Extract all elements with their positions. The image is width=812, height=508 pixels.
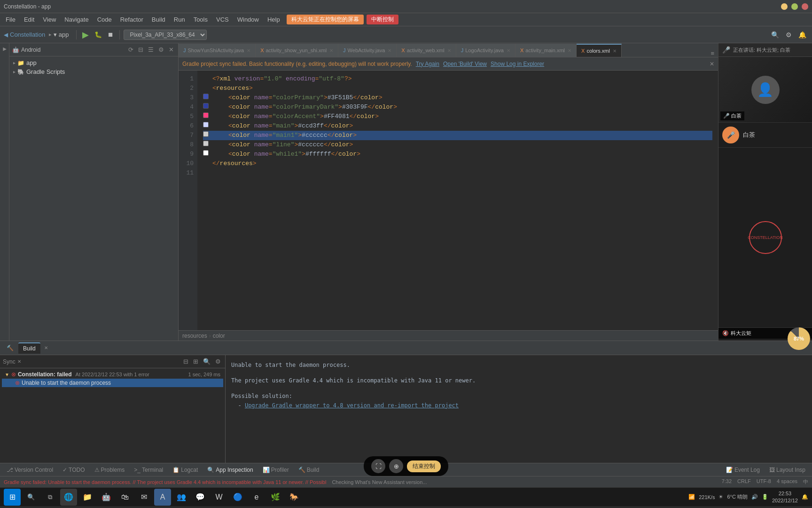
maximize-button[interactable]: [791, 3, 798, 10]
build-tab-close[interactable]: ✕: [42, 345, 50, 350]
taskbar-app9[interactable]: 🌿: [267, 489, 284, 506]
menu-vcs[interactable]: VCS: [212, 15, 233, 24]
rec-zoom-icon[interactable]: ⊕: [389, 459, 403, 473]
breadcrumb-resources[interactable]: resources: [182, 333, 207, 339]
build-bar-label: Build: [307, 467, 320, 473]
taskbar-chrome[interactable]: 🌐: [60, 489, 77, 506]
search-icon[interactable]: 🔍: [769, 30, 781, 40]
rec-fullscreen-icon[interactable]: ⛶: [371, 459, 385, 473]
more-tabs-icon[interactable]: ≡: [707, 50, 718, 57]
build-tab[interactable]: Build: [18, 342, 40, 354]
sync-icon[interactable]: ⟳: [127, 46, 135, 54]
close-button[interactable]: [802, 3, 808, 10]
taskbar-android[interactable]: 🤖: [98, 489, 115, 506]
code-editor[interactable]: 1 2 3 4 5 6 7 8 9 10 11 <?xml version="1…: [179, 71, 718, 330]
taskbar-edge[interactable]: e: [248, 489, 265, 506]
problems-item[interactable]: ⚠ Problems: [92, 466, 128, 474]
menu-edit[interactable]: Edit: [20, 15, 38, 24]
back-icon[interactable]: ◀: [4, 32, 8, 38]
build-expand-icon[interactable]: ⊞: [192, 357, 200, 365]
taskbar-word[interactable]: W: [211, 489, 227, 506]
close-panel-icon[interactable]: ✕: [167, 46, 175, 54]
taskbar-store[interactable]: 🛍: [117, 489, 133, 506]
stop-recording-button[interactable]: 结束控制: [407, 460, 441, 472]
logcat-item[interactable]: 📋 Logcat: [170, 466, 201, 474]
taskbar-browser2[interactable]: 🔵: [229, 489, 246, 506]
try-again-link[interactable]: Try Again: [416, 61, 439, 67]
stop-control-button[interactable]: 中断控制: [367, 15, 398, 24]
app-dropdown[interactable]: ▾ app: [54, 31, 69, 38]
tab-close-0[interactable]: ✕: [247, 48, 250, 53]
build-item-bar[interactable]: 🔨 Build: [296, 466, 322, 474]
screen-control-banner[interactable]: 科大云矩正在控制您的屏幕: [287, 15, 364, 24]
upgrade-link[interactable]: Upgrade Gradle wrapper to 4.8 version an…: [245, 402, 459, 409]
sidebar-toggle[interactable]: ◀: [2, 47, 7, 52]
build-daemon-item[interactable]: ⊗ Unable to start the daemon process: [2, 379, 223, 387]
debug-button[interactable]: 🐛: [93, 31, 104, 38]
build-search-icon[interactable]: 🔍: [202, 357, 212, 365]
volume-icon[interactable]: 🔊: [751, 494, 758, 500]
menu-tools[interactable]: Tools: [190, 15, 211, 24]
notifications-icon[interactable]: 🔔: [796, 30, 808, 40]
problems-label: Problems: [101, 467, 125, 473]
taskbar-app10[interactable]: 🐎: [286, 489, 303, 506]
tab-close-6[interactable]: ✕: [613, 48, 617, 54]
menu-build[interactable]: Build: [148, 15, 169, 24]
tab-close-2[interactable]: ✕: [388, 48, 391, 53]
event-log-item[interactable]: 📝 Event Log: [723, 466, 763, 474]
breadcrumb-color[interactable]: color: [213, 333, 225, 339]
tab-logoactivity[interactable]: J LogoActivity.java ✕: [456, 44, 515, 57]
menu-file[interactable]: File: [2, 15, 19, 24]
stop-button[interactable]: ⏹: [106, 31, 116, 38]
taskbar-taskview[interactable]: ⧉: [41, 489, 58, 506]
taskbar-ide[interactable]: A: [154, 489, 171, 506]
tab-activity-web[interactable]: X activity_web.xml ✕: [397, 44, 456, 57]
open-build-link[interactable]: Open 'Build' View: [443, 61, 487, 67]
tab-colors[interactable]: X colors.xml ✕: [577, 44, 622, 57]
profiler-item[interactable]: 📊 Profiler: [260, 466, 292, 474]
taskbar-search[interactable]: 🔍: [23, 489, 39, 506]
notification-bell[interactable]: 🔔: [802, 494, 808, 500]
tab-close-3[interactable]: ✕: [447, 48, 451, 53]
build-settings-icon[interactable]: ⚙: [214, 357, 222, 365]
app-inspection-item[interactable]: 🔍 App Inspection: [204, 466, 256, 474]
menu-run[interactable]: Run: [170, 15, 189, 24]
minimize-button[interactable]: [781, 3, 788, 10]
settings-panel-icon[interactable]: ⚙: [157, 46, 165, 54]
system-taskbar: ⊞ 🔍 ⧉ 🌐 📁 🤖 🛍 ✉ A 👥 💬 W 🔵 e 🌿 🐎 📶 221K/s…: [0, 487, 812, 506]
tab-close-4[interactable]: ✕: [507, 48, 510, 53]
layout-insp-item[interactable]: 🖼 Layout Insp: [766, 466, 808, 474]
collapse-icon[interactable]: ⊟: [137, 46, 145, 54]
menu-view[interactable]: View: [39, 15, 60, 24]
menu-navigate[interactable]: Navigate: [61, 15, 92, 24]
tree-item-app[interactable]: ▸ 📁 app: [9, 58, 178, 67]
build-filter-icon[interactable]: ⊟: [182, 357, 190, 365]
close-sync[interactable]: ✕: [17, 359, 21, 364]
menu-help[interactable]: Help: [264, 15, 284, 24]
settings-icon[interactable]: ⚙: [784, 30, 794, 40]
tab-showyunshi[interactable]: J ShowYunShiActivity.java ✕: [179, 44, 256, 57]
taskbar-mail[interactable]: ✉: [135, 489, 152, 506]
tab-activity-main[interactable]: X activity_main.xml ✕: [515, 44, 577, 57]
terminal-item[interactable]: >_ Terminal: [131, 466, 166, 474]
menu-window[interactable]: Window: [234, 15, 263, 24]
close-notification[interactable]: ✕: [710, 61, 714, 67]
expand-icon[interactable]: ☰: [147, 46, 155, 54]
taskbar-wechat[interactable]: 💬: [192, 489, 209, 506]
tab-close-5[interactable]: ✕: [568, 48, 571, 53]
tree-item-gradle[interactable]: ▸ 🐘 Gradle Scripts: [9, 67, 178, 76]
taskbar-teams[interactable]: 👥: [173, 489, 190, 506]
todo-item[interactable]: ✓ TODO: [60, 466, 87, 474]
start-button[interactable]: ⊞: [4, 489, 21, 506]
version-control-item[interactable]: ⎇ Version Control: [4, 466, 56, 474]
taskbar-file[interactable]: 📁: [79, 489, 96, 506]
tab-close-1[interactable]: ✕: [329, 48, 333, 53]
menu-refactor[interactable]: Refactor: [117, 15, 147, 24]
tab-webactivity[interactable]: J WebActivity.java ✕: [338, 44, 397, 57]
run-button[interactable]: ▶: [80, 30, 91, 40]
show-log-link[interactable]: Show Log in Explorer: [491, 61, 544, 67]
device-selector[interactable]: Pixel_3a_API_33_x86_64: [124, 30, 207, 40]
menu-code[interactable]: Code: [94, 15, 116, 24]
tab-activity-show[interactable]: X activity_show_yun_shi.xml ✕: [256, 44, 338, 57]
build-constellation-item[interactable]: ▼ ⊗ Constellation: failed At 2022/12/12 …: [2, 370, 223, 379]
